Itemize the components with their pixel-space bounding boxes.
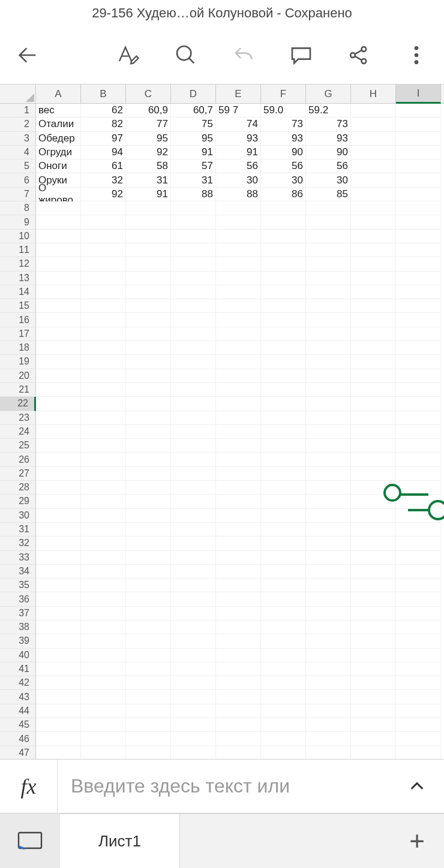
cell[interactable] xyxy=(351,173,396,187)
cell[interactable] xyxy=(126,537,171,550)
cell[interactable] xyxy=(81,746,126,759)
cell[interactable] xyxy=(126,243,171,257)
cell[interactable] xyxy=(261,467,306,481)
cell[interactable] xyxy=(261,649,306,662)
cell[interactable] xyxy=(216,355,261,369)
cell[interactable]: 30 xyxy=(261,173,306,187)
cell[interactable] xyxy=(351,592,396,606)
cell[interactable] xyxy=(81,578,126,592)
cell[interactable] xyxy=(351,383,396,397)
cell[interactable] xyxy=(126,453,171,466)
cell[interactable]: 59.2 xyxy=(306,104,351,117)
cell[interactable]: 90 xyxy=(261,146,306,159)
cell[interactable] xyxy=(171,704,216,718)
cell[interactable] xyxy=(351,578,396,592)
cell[interactable] xyxy=(396,188,441,201)
cell[interactable] xyxy=(306,383,351,397)
cell[interactable] xyxy=(306,439,351,453)
cell[interactable] xyxy=(36,257,81,271)
cell[interactable] xyxy=(261,690,306,704)
cell[interactable] xyxy=(81,592,126,606)
cell[interactable] xyxy=(126,355,171,369)
row-header[interactable]: 39 xyxy=(0,634,36,648)
cell[interactable] xyxy=(126,481,171,495)
cell[interactable] xyxy=(81,355,126,369)
cell[interactable] xyxy=(396,369,441,383)
cell[interactable] xyxy=(36,439,81,453)
cell[interactable] xyxy=(36,592,81,606)
cell[interactable] xyxy=(171,732,216,746)
cell[interactable] xyxy=(81,425,126,439)
cell[interactable] xyxy=(216,369,261,383)
cell[interactable] xyxy=(126,732,171,746)
cell[interactable] xyxy=(81,243,126,257)
cell[interactable] xyxy=(126,676,171,690)
cell[interactable] xyxy=(261,355,306,369)
cell[interactable] xyxy=(171,201,216,215)
cell[interactable] xyxy=(306,467,351,481)
cell[interactable] xyxy=(306,704,351,718)
row-header[interactable]: 11 xyxy=(0,243,36,257)
cell[interactable] xyxy=(81,690,126,704)
cell[interactable] xyxy=(81,565,126,578)
cell[interactable] xyxy=(36,537,81,550)
cell[interactable]: 95 xyxy=(171,132,216,146)
cell[interactable] xyxy=(216,634,261,648)
cell[interactable] xyxy=(306,662,351,676)
cell[interactable] xyxy=(216,551,261,565)
cell[interactable] xyxy=(396,313,441,327)
row-header[interactable]: 21 xyxy=(0,383,36,397)
cell[interactable]: Оноги xyxy=(36,159,81,173)
cell[interactable] xyxy=(126,704,171,718)
cell[interactable] xyxy=(126,649,171,662)
cell[interactable] xyxy=(396,383,441,397)
cell[interactable] xyxy=(216,481,261,495)
cell[interactable] xyxy=(81,439,126,453)
back-button[interactable] xyxy=(14,42,41,68)
cell[interactable] xyxy=(81,397,126,411)
cell[interactable] xyxy=(261,243,306,257)
formula-input[interactable]: Введите здесь текст или xyxy=(58,775,390,797)
cell[interactable] xyxy=(81,732,126,746)
cell[interactable]: 93 xyxy=(306,132,351,146)
row-header[interactable]: 25 xyxy=(0,439,36,453)
cell[interactable] xyxy=(261,718,306,732)
cell[interactable] xyxy=(396,676,441,690)
cell[interactable] xyxy=(396,578,441,592)
cell[interactable]: 58 xyxy=(126,159,171,173)
cell[interactable] xyxy=(216,537,261,550)
cell[interactable] xyxy=(216,690,261,704)
cell[interactable] xyxy=(396,397,441,411)
row-header[interactable]: 46 xyxy=(0,732,36,746)
cell[interactable] xyxy=(396,746,441,759)
cell[interactable] xyxy=(126,718,171,732)
cell[interactable] xyxy=(396,159,441,173)
cell[interactable] xyxy=(216,746,261,759)
cell[interactable] xyxy=(261,230,306,243)
cell[interactable] xyxy=(351,649,396,662)
cell[interactable] xyxy=(306,453,351,466)
cell[interactable] xyxy=(396,509,441,523)
cell[interactable] xyxy=(261,495,306,508)
cell[interactable]: 32 xyxy=(81,173,126,187)
cell[interactable] xyxy=(396,481,441,495)
row-header[interactable]: 44 xyxy=(0,704,36,718)
cell[interactable] xyxy=(171,495,216,508)
cell[interactable] xyxy=(351,746,396,759)
cell[interactable] xyxy=(396,467,441,481)
cell[interactable] xyxy=(306,746,351,759)
cell[interactable] xyxy=(36,355,81,369)
cell[interactable] xyxy=(261,592,306,606)
cell[interactable] xyxy=(306,369,351,383)
cell[interactable] xyxy=(171,662,216,676)
cell[interactable] xyxy=(36,453,81,466)
cell[interactable]: 86 xyxy=(261,188,306,201)
cell[interactable] xyxy=(396,495,441,508)
cell[interactable] xyxy=(261,523,306,537)
cell[interactable] xyxy=(81,299,126,313)
cell[interactable] xyxy=(351,453,396,466)
cell[interactable] xyxy=(216,592,261,606)
cell[interactable] xyxy=(216,439,261,453)
cell[interactable] xyxy=(396,341,441,355)
cell[interactable] xyxy=(306,523,351,537)
